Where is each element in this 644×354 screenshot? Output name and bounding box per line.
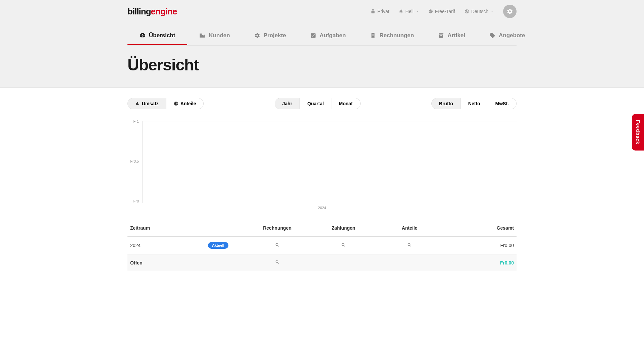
- feedback-label: Feedback: [635, 120, 641, 144]
- tab-label: Angebote: [499, 32, 525, 39]
- cell-offen-total: Fr0.00: [443, 254, 517, 271]
- col-zeitraum: Zeitraum: [127, 220, 205, 236]
- y-tick: Fr1: [127, 119, 139, 123]
- tab-label: Projekte: [264, 32, 286, 39]
- tab-projekte[interactable]: Projekte: [242, 28, 298, 45]
- gears-icon: [506, 8, 513, 15]
- tab-uebersicht[interactable]: Übersicht: [127, 28, 187, 45]
- toggle-label: Quartal: [307, 101, 324, 106]
- tax-toggle-group: Brutto Netto MwSt.: [431, 98, 517, 109]
- tab-label: Kunden: [209, 32, 230, 39]
- y-tick: Fr0: [127, 199, 139, 203]
- toggle-brutto[interactable]: Brutto: [432, 98, 461, 109]
- tab-aufgaben[interactable]: Aufgaben: [298, 28, 358, 45]
- toggle-label: Umsatz: [142, 101, 159, 106]
- tab-label: Aufgaben: [320, 32, 346, 39]
- summary-table: Zeitraum Rechnungen Zahlungen Anteile Ge…: [127, 220, 517, 271]
- col-gesamt: Gesamt: [443, 220, 517, 236]
- toggle-jahr[interactable]: Jahr: [275, 98, 300, 109]
- logo-part1: billing: [127, 6, 151, 16]
- logo-part2: engine: [151, 6, 177, 16]
- toggle-quartal[interactable]: Quartal: [300, 98, 331, 109]
- table-footer-row: Offen Fr0.00: [127, 254, 517, 271]
- tab-label: Rechnungen: [379, 32, 414, 39]
- chevron-down-icon: [416, 10, 419, 13]
- col-anteile: Anteile: [376, 220, 442, 236]
- view-toggle-group: Umsatz Anteile: [127, 98, 204, 109]
- plan-link[interactable]: Free-Tarif: [428, 9, 455, 14]
- search-icon[interactable]: [275, 243, 280, 247]
- plan-label: Free-Tarif: [435, 9, 455, 14]
- tab-label: Artikel: [447, 32, 465, 39]
- theme-label: Hell: [406, 9, 414, 14]
- privacy-link[interactable]: Privat: [371, 9, 389, 14]
- archive-icon: [438, 33, 444, 39]
- tab-angebote[interactable]: Angebote: [477, 28, 537, 45]
- chart-plot: [143, 121, 517, 203]
- search-icon[interactable]: [341, 243, 346, 247]
- tag-icon: [489, 33, 495, 39]
- toggle-umsatz[interactable]: Umsatz: [128, 98, 166, 109]
- page-title: Übersicht: [127, 46, 517, 87]
- table-row: 2024 Aktuell Fr0.00: [127, 236, 517, 254]
- toggle-label: Monat: [339, 101, 353, 106]
- tab-artikel[interactable]: Artikel: [426, 28, 477, 45]
- theme-link[interactable]: Hell: [399, 9, 419, 14]
- cell-total: Fr0.00: [443, 236, 517, 254]
- badge-aktuell: Aktuell: [208, 242, 228, 249]
- lock-icon: [371, 9, 375, 14]
- feedback-tab[interactable]: Feedback: [632, 114, 644, 151]
- receipt-icon: [370, 33, 376, 39]
- period-toggle-group: Jahr Quartal Monat: [275, 98, 361, 109]
- tab-kunden[interactable]: Kunden: [187, 28, 242, 45]
- gear-icon: [254, 33, 260, 39]
- chart-y-axis: Fr1 Fr0.5 Fr0: [127, 119, 141, 203]
- language-label: Deutsch: [471, 9, 488, 14]
- toggle-monat[interactable]: Monat: [331, 98, 360, 109]
- search-icon[interactable]: [275, 260, 280, 264]
- toggle-label: Anteile: [180, 101, 196, 106]
- chevron-down-icon: [490, 10, 494, 13]
- top-links: Privat Hell Free-Tarif Deutsch: [371, 5, 517, 18]
- privacy-label: Privat: [377, 9, 389, 14]
- language-link[interactable]: Deutsch: [465, 9, 494, 14]
- x-tick: 2024: [318, 206, 326, 210]
- globe-icon: [465, 9, 469, 14]
- tab-rechnungen[interactable]: Rechnungen: [358, 28, 426, 45]
- pie-chart-icon: [174, 101, 178, 106]
- logo[interactable]: billingengine: [127, 6, 177, 17]
- y-tick: Fr0.5: [127, 159, 139, 163]
- tab-label: Übersicht: [149, 32, 175, 39]
- toggle-label: Netto: [468, 101, 480, 106]
- cell-period: 2024: [127, 236, 205, 254]
- bar-chart-icon: [135, 101, 140, 106]
- settings-button[interactable]: [503, 5, 517, 18]
- cell-offen: Offen: [127, 254, 205, 271]
- check-square-icon: [310, 33, 316, 39]
- toggle-label: MwSt.: [495, 101, 509, 106]
- factory-icon: [199, 33, 205, 39]
- toggle-mwst[interactable]: MwSt.: [488, 98, 516, 109]
- table-header-row: Zeitraum Rechnungen Zahlungen Anteile Ge…: [127, 220, 517, 236]
- col-rechnungen: Rechnungen: [244, 220, 310, 236]
- toggle-anteile[interactable]: Anteile: [166, 98, 204, 109]
- dashboard-icon: [140, 33, 146, 39]
- toggle-label: Brutto: [439, 101, 453, 106]
- search-icon[interactable]: [407, 243, 412, 247]
- main-nav: Übersicht Kunden Projekte Aufgaben Rechn…: [127, 28, 517, 46]
- toggle-label: Jahr: [282, 101, 292, 106]
- check-badge-icon: [428, 9, 433, 14]
- col-zahlungen: Zahlungen: [310, 220, 376, 236]
- svg-point-0: [400, 11, 402, 12]
- sun-icon: [399, 9, 404, 14]
- revenue-chart: Fr1 Fr0.5 Fr0 2024: [127, 119, 517, 210]
- toggle-netto[interactable]: Netto: [461, 98, 488, 109]
